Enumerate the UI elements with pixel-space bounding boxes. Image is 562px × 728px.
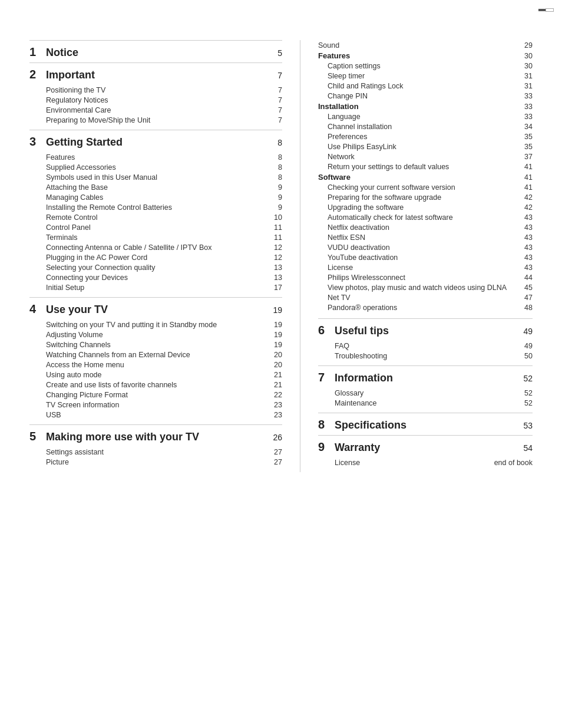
- subsection-label: Troubleshooting: [335, 352, 520, 360]
- section-page: 7: [277, 71, 282, 80]
- right-item-label: Netflix deactivation: [328, 223, 520, 232]
- section-row: 7Information52: [318, 365, 533, 387]
- subsection-label: Maintenance: [335, 399, 520, 407]
- section-title: Important: [46, 69, 273, 81]
- subsection-page: 52: [524, 399, 533, 407]
- subsection-item: USB23: [46, 410, 282, 420]
- subsection-item: Switching on your TV and putting it in S…: [46, 319, 282, 330]
- section-title: Getting Started: [46, 136, 273, 149]
- subsection-label: Preparing to Move/Ship the Unit: [46, 116, 273, 124]
- right-item-page: 42: [524, 193, 533, 202]
- subsection-page: 23: [274, 411, 282, 419]
- subsection-item: Connecting Antenna or Cable / Satellite …: [46, 242, 282, 252]
- right-top-item: Features30: [318, 50, 533, 61]
- subsection-item: Access the Home menu20: [46, 360, 282, 370]
- right-top-item: Language33: [318, 111, 533, 121]
- subsection-item: Create and use lists of favorite channel…: [46, 380, 282, 390]
- subsection-item: Control Panel11: [46, 222, 282, 232]
- subsection-label: USB: [46, 411, 269, 419]
- section-number: 8: [318, 418, 335, 431]
- subsection-label: Symbols used in this User Manual: [46, 173, 273, 182]
- right-item-page: 30: [524, 52, 533, 60]
- right-item-page: 35: [524, 143, 533, 151]
- subsection-item: Installing the Remote Control Batteries9: [46, 202, 282, 212]
- subsection-label: Positioning the TV: [46, 86, 273, 94]
- right-item-page: 33: [524, 92, 533, 100]
- subsection-page: 9: [278, 203, 282, 212]
- right-item-label: Checking your current software version: [328, 183, 520, 192]
- section-title: Notice: [46, 47, 273, 59]
- right-top-item: YouTube deactivation43: [318, 252, 533, 262]
- right-item-label: Child and Ratings Lock: [328, 82, 520, 90]
- subsection-label: License: [335, 459, 490, 467]
- right-top-item: View photos, play music and watch videos…: [318, 282, 533, 292]
- subsection-page: 8: [278, 153, 282, 162]
- subsection-page: 7: [278, 86, 282, 94]
- section-number: 2: [29, 68, 46, 81]
- section-page: 8: [277, 138, 282, 147]
- subsection-page: 27: [274, 448, 282, 456]
- subsection-item: Watching Channels from an External Devic…: [46, 350, 282, 360]
- right-item-label: Language: [328, 113, 520, 121]
- section-number: 9: [318, 440, 335, 454]
- subsection-item: Features8: [46, 152, 282, 162]
- right-top-item: VUDU deactivation43: [318, 242, 533, 252]
- right-top-item: Caption settings30: [318, 61, 533, 71]
- section-row: 1Notice5: [29, 40, 282, 61]
- subsection-item: Initial Setup17: [46, 282, 282, 292]
- right-item-label: Network: [328, 153, 520, 161]
- subsection-page: 20: [274, 361, 282, 369]
- subsection-page: 12: [274, 253, 282, 262]
- subsection-page: 12: [274, 243, 282, 252]
- subsection-page: 7: [278, 96, 282, 104]
- section-number: 3: [29, 135, 46, 149]
- right-item-page: 45: [524, 284, 533, 292]
- subsection-page: 9: [278, 183, 282, 192]
- right-item-page: 35: [524, 133, 533, 141]
- subsection-item: Preparing to Move/Ship the Unit7: [46, 115, 282, 125]
- right-item-page: 29: [524, 41, 533, 50]
- subsection-page: 23: [274, 401, 282, 409]
- right-item-label: VUDU deactivation: [328, 243, 520, 252]
- page-language: [546, 8, 554, 12]
- subsection-page: 11: [274, 233, 282, 242]
- subsection-list: Features8Supplied Accessories8Symbols us…: [46, 152, 282, 292]
- subsection-label: Access the Home menu: [46, 361, 269, 369]
- right-top-item: Network37: [318, 151, 533, 162]
- subsection-item: Positioning the TV7: [46, 85, 282, 95]
- section-row: 4Use your TV19: [29, 297, 282, 318]
- right-item-label: Automatically check for latest software: [328, 213, 520, 222]
- right-top-item: Child and Ratings Lock31: [318, 81, 533, 91]
- right-top-item: Preparing for the software upgrade42: [318, 192, 533, 202]
- subsection-page: 13: [274, 274, 282, 282]
- subsection-item: Symbols used in this User Manual8: [46, 172, 282, 182]
- section-number: 4: [29, 302, 46, 316]
- subsection-label: Switching on your TV and putting it in S…: [46, 321, 269, 329]
- subsection-list: Licenseend of book: [335, 457, 533, 467]
- right-item-label: View photos, play music and watch videos…: [328, 284, 520, 292]
- right-item-page: 43: [524, 213, 533, 222]
- subsection-label: Initial Setup: [46, 284, 269, 292]
- right-item-page: 47: [524, 294, 533, 302]
- subsection-list: Switching on your TV and putting it in S…: [46, 319, 282, 420]
- right-item-label: Sleep timer: [328, 72, 520, 80]
- right-item-page: 44: [524, 274, 533, 282]
- right-item-page: 30: [524, 62, 533, 70]
- right-top-item: Netflix deactivation43: [318, 222, 533, 232]
- subsection-label: Selecting your Connection quality: [46, 263, 269, 272]
- subsection-label: Settings assistant: [46, 448, 269, 456]
- section-row: 8Specifications53: [318, 413, 533, 434]
- subsection-page: 49: [524, 342, 533, 350]
- subsection-label: Supplied Accessories: [46, 163, 273, 172]
- subsection-label: Environmental Care: [46, 106, 273, 114]
- subsection-label: Watching Channels from an External Devic…: [46, 351, 269, 359]
- right-top-item: Automatically check for latest software4…: [318, 212, 533, 222]
- subsection-label: Features: [46, 153, 273, 162]
- right-item-page: 33: [524, 103, 533, 111]
- section-page: 53: [523, 421, 533, 430]
- section-number: 1: [29, 45, 46, 59]
- right-item-page: 41: [524, 173, 533, 182]
- subsection-page: 11: [274, 223, 282, 232]
- subsection-item: Licenseend of book: [335, 457, 533, 467]
- section-page: 52: [523, 374, 533, 383]
